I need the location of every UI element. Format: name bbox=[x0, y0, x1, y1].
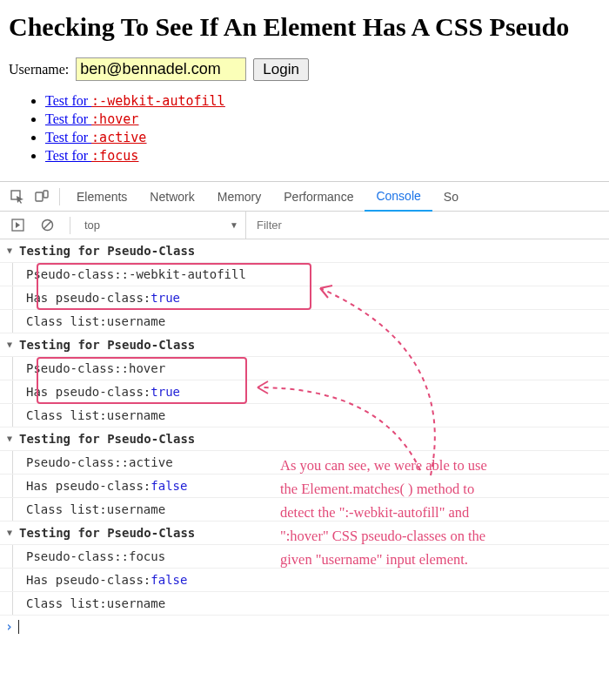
row-value: true bbox=[151, 286, 180, 309]
login-form: Username: Login bbox=[9, 57, 600, 81]
console-filter-input[interactable] bbox=[251, 215, 604, 235]
row-value: false bbox=[151, 569, 187, 591]
devtools-tabbar: Elements Network Memory Performance Cons… bbox=[0, 182, 609, 212]
group-title: Testing for Pseudo-Class bbox=[19, 333, 195, 356]
test-link-active[interactable]: Test for :active bbox=[45, 130, 146, 145]
row-value: :hover bbox=[122, 357, 166, 380]
disclosure-triangle-icon: ▼ bbox=[7, 522, 19, 544]
text-caret bbox=[18, 620, 19, 634]
console-row: Class list: username bbox=[0, 310, 609, 333]
link-prefix: Test for bbox=[45, 111, 91, 126]
row-value: false bbox=[151, 475, 187, 497]
row-key: Class list: bbox=[26, 592, 107, 615]
row-key: Has pseudo-class: bbox=[26, 475, 151, 497]
console-group-head[interactable]: ▼Testing for Pseudo-Class bbox=[0, 427, 609, 451]
test-link-hover[interactable]: Test for :hover bbox=[45, 111, 138, 126]
svg-rect-1 bbox=[36, 192, 43, 201]
test-link-focus[interactable]: Test for :focus bbox=[45, 148, 138, 163]
group-title: Testing for Pseudo-Class bbox=[19, 522, 195, 544]
annotation-line: ":hover" CSS pseudo-classes on the bbox=[280, 524, 593, 548]
toggle-sidebar-icon[interactable] bbox=[5, 213, 30, 238]
test-link-list: Test for :-webkit-autofill Test for :hov… bbox=[9, 93, 600, 164]
username-label: Username: bbox=[9, 62, 69, 77]
devtools-panel: Elements Network Memory Performance Cons… bbox=[0, 181, 609, 638]
row-key: Has pseudo-class: bbox=[26, 380, 151, 403]
link-prefix: Test for bbox=[45, 148, 91, 163]
prompt-chevron-icon: › bbox=[5, 616, 13, 638]
console-row: Class list: username bbox=[0, 404, 609, 427]
row-value: username bbox=[107, 592, 165, 615]
row-value: :focus bbox=[122, 545, 166, 568]
row-key: Pseudo-class: bbox=[26, 545, 122, 568]
disclosure-triangle-icon: ▼ bbox=[7, 333, 19, 356]
context-select[interactable]: top ▼ bbox=[81, 212, 246, 239]
row-value: true bbox=[151, 380, 180, 403]
group-title: Testing for Pseudo-Class bbox=[19, 239, 195, 262]
row-key: Pseudo-class: bbox=[26, 357, 122, 380]
link-prefix: Test for bbox=[45, 93, 91, 108]
list-item: Test for :-webkit-autofill bbox=[45, 93, 600, 109]
tab-elements[interactable]: Elements bbox=[65, 182, 138, 212]
annotation-line: the Element.matches( ) method to bbox=[280, 477, 593, 501]
console-row: Has pseudo-class: true bbox=[0, 380, 609, 404]
pseudo-code: :active bbox=[91, 130, 146, 145]
row-key: Class list: bbox=[26, 498, 107, 521]
pseudo-code: :focus bbox=[91, 148, 138, 164]
console-row: Pseudo-class: :hover bbox=[0, 357, 609, 380]
row-key: Pseudo-class: bbox=[26, 263, 122, 286]
list-item: Test for :focus bbox=[45, 148, 600, 164]
tab-performance[interactable]: Performance bbox=[272, 182, 365, 212]
annotation-line: As you can see, we were able to use bbox=[280, 454, 593, 477]
svg-rect-2 bbox=[44, 191, 48, 198]
separator bbox=[70, 217, 70, 234]
row-value: username bbox=[107, 498, 165, 521]
link-prefix: Test for bbox=[45, 130, 91, 145]
row-value: :active bbox=[122, 451, 173, 474]
row-value: username bbox=[107, 310, 165, 333]
disclosure-triangle-icon: ▼ bbox=[7, 427, 19, 450]
device-toggle-icon[interactable] bbox=[30, 185, 54, 209]
annotation-line: given "username" input element. bbox=[280, 548, 593, 571]
list-item: Test for :active bbox=[45, 130, 600, 145]
context-value: top bbox=[84, 219, 100, 232]
annotation-line: detect the ":-webkit-autofill" and bbox=[280, 501, 593, 524]
row-key: Has pseudo-class: bbox=[26, 286, 151, 309]
console-group-head[interactable]: ▼Testing for Pseudo-Class bbox=[0, 239, 609, 263]
inspect-element-icon[interactable] bbox=[5, 185, 30, 209]
clear-console-icon[interactable] bbox=[35, 213, 59, 238]
pseudo-code: :hover bbox=[91, 111, 138, 127]
console-row: Has pseudo-class: false bbox=[0, 569, 609, 592]
disclosure-triangle-icon: ▼ bbox=[7, 239, 19, 262]
row-key: Pseudo-class: bbox=[26, 451, 122, 474]
tab-console[interactable]: Console bbox=[365, 182, 432, 212]
console-output: ▼Testing for Pseudo-ClassPseudo-class: :… bbox=[0, 239, 609, 638]
list-item: Test for :hover bbox=[45, 111, 600, 127]
console-toolbar: top ▼ bbox=[0, 212, 609, 239]
row-value: username bbox=[107, 404, 165, 427]
console-group-head[interactable]: ▼Testing for Pseudo-Class bbox=[0, 333, 609, 357]
username-input[interactable] bbox=[76, 57, 246, 81]
separator bbox=[59, 188, 60, 205]
tab-memory[interactable]: Memory bbox=[206, 182, 273, 212]
console-row: Pseudo-class: :-webkit-autofill bbox=[0, 263, 609, 286]
pseudo-code: :-webkit-autofill bbox=[91, 93, 225, 109]
test-link-autofill[interactable]: Test for :-webkit-autofill bbox=[45, 93, 225, 108]
console-prompt[interactable]: › bbox=[0, 616, 609, 638]
chevron-down-icon: ▼ bbox=[230, 220, 238, 230]
group-title: Testing for Pseudo-Class bbox=[19, 427, 195, 450]
svg-line-5 bbox=[44, 221, 50, 228]
row-key: Has pseudo-class: bbox=[26, 569, 151, 591]
annotation-text: As you can see, we were able to use the … bbox=[280, 454, 593, 571]
console-row: Class list: username bbox=[0, 592, 609, 616]
login-button[interactable]: Login bbox=[253, 58, 309, 81]
console-row: Has pseudo-class: true bbox=[0, 286, 609, 310]
tab-sources-truncated[interactable]: So bbox=[432, 182, 470, 212]
page-title: Checking To See If An Element Has A CSS … bbox=[9, 12, 600, 42]
row-value: :-webkit-autofill bbox=[122, 263, 246, 286]
row-key: Class list: bbox=[26, 310, 107, 333]
row-key: Class list: bbox=[26, 404, 107, 427]
tab-network[interactable]: Network bbox=[138, 182, 205, 212]
